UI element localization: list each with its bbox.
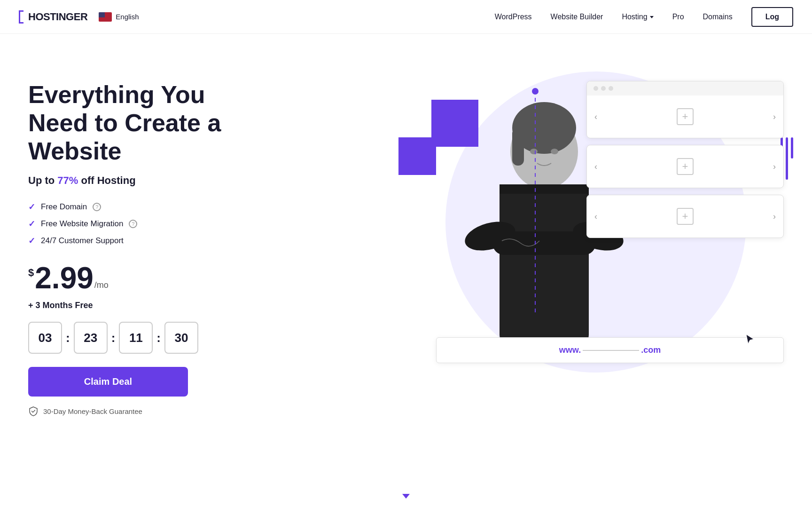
builder-content-3: ‹ + › <box>587 195 783 238</box>
domain-com: .com <box>641 345 661 355</box>
builder-prev-btn-3[interactable]: ‹ <box>591 208 601 225</box>
feature-free-domain-text: Free Domain <box>41 202 87 212</box>
builder-next-btn[interactable]: › <box>769 108 780 126</box>
bonus-text: + 3 Months Free <box>28 301 254 310</box>
navbar-left: HOSTINGER English <box>19 10 139 24</box>
svg-rect-0 <box>500 184 589 344</box>
toolbar-dot <box>601 86 606 91</box>
price-section: $ 2.99 /mo <box>28 263 254 293</box>
feature-support: ✓ 24/7 Customer Support <box>28 236 254 246</box>
nav-website-builder[interactable]: Website Builder <box>551 13 603 21</box>
nav-wordpress[interactable]: WordPress <box>495 13 532 21</box>
deco-square-2 <box>398 137 436 175</box>
builder-content-2: ‹ + › <box>587 145 783 188</box>
language-selector[interactable]: English <box>99 12 139 22</box>
countdown-ms: 30 <box>164 322 198 354</box>
scroll-arrow-icon <box>402 494 410 499</box>
vert-bar-3 <box>791 137 793 159</box>
vert-bar-2 <box>786 137 788 180</box>
plus-icon[interactable]: + <box>677 108 694 125</box>
feature-free-domain: ✓ Free Domain ? <box>28 202 254 212</box>
price-dollar: $ <box>28 268 34 278</box>
feature-support-text: 24/7 Customer Support <box>41 236 124 246</box>
check-icon: ✓ <box>28 236 35 246</box>
builder-prev-btn[interactable]: ‹ <box>591 108 601 126</box>
builder-window-1: ‹ + › <box>586 81 784 138</box>
svg-rect-7 <box>512 128 524 166</box>
nav-pro[interactable]: Pro <box>672 13 684 21</box>
price-amount: 2.99 <box>35 263 94 293</box>
price-period: /mo <box>94 281 109 289</box>
countdown-hours: 03 <box>28 322 62 354</box>
scroll-indicator <box>402 494 410 499</box>
countdown-sep2: : <box>109 331 117 345</box>
dashed-dot <box>532 88 539 95</box>
deco-square-1 <box>431 100 478 147</box>
language-label: English <box>116 13 139 21</box>
svg-point-8 <box>530 149 538 154</box>
countdown-seconds: 11 <box>119 322 153 354</box>
builder-content-1: ‹ + › <box>587 95 783 138</box>
feature-migration-text: Free Website Migration <box>41 219 123 229</box>
svg-point-9 <box>551 149 558 154</box>
plus-icon-2[interactable]: + <box>677 158 694 175</box>
domain-www: www. <box>559 345 581 355</box>
hero-section: Everything You Need to Create a Website … <box>0 34 812 457</box>
guarantee-text: 30-Day Money-Back Guarantee <box>43 407 142 415</box>
hero-left: Everything You Need to Create a Website … <box>28 62 254 416</box>
dashed-line <box>535 90 536 316</box>
countdown-minutes: 23 <box>74 322 108 354</box>
price-main: $ 2.99 /mo <box>28 263 254 293</box>
nav-hosting[interactable]: Hosting <box>622 13 653 21</box>
countdown-sep3: : <box>155 331 163 345</box>
info-icon[interactable]: ? <box>129 220 137 228</box>
features-list: ✓ Free Domain ? ✓ Free Website Migration… <box>28 202 254 246</box>
countdown-timer: 03 : 23 : 11 : 30 <box>28 322 254 354</box>
builder-prev-btn-2[interactable]: ‹ <box>591 158 601 175</box>
cursor-icon <box>744 333 756 349</box>
builder-window-2: ‹ + › <box>586 145 784 188</box>
check-icon: ✓ <box>28 202 35 212</box>
flag-icon <box>99 12 112 22</box>
shield-icon <box>28 406 39 416</box>
svg-rect-10 <box>500 184 589 194</box>
navbar: HOSTINGER English WordPress Website Buil… <box>0 0 812 34</box>
builder-next-btn-3[interactable]: › <box>769 208 780 225</box>
login-button[interactable]: Log <box>751 7 793 27</box>
builder-window-3: ‹ + › <box>586 195 784 238</box>
claim-deal-button[interactable]: Claim Deal <box>28 367 188 397</box>
domain-line <box>583 350 639 351</box>
nav-domains[interactable]: Domains <box>703 13 733 21</box>
logo[interactable]: HOSTINGER <box>19 10 87 24</box>
plus-icon-3[interactable]: + <box>677 208 694 225</box>
toolbar-dot <box>593 86 598 91</box>
feature-migration: ✓ Free Website Migration ? <box>28 219 254 229</box>
discount-highlight: 77% <box>57 175 78 186</box>
guarantee-section: 30-Day Money-Back Guarantee <box>28 406 254 416</box>
navbar-nav: WordPress Website Builder Hosting Pro Do… <box>495 7 793 27</box>
logo-bracket-icon <box>19 10 23 24</box>
check-icon: ✓ <box>28 219 35 229</box>
countdown-sep1: : <box>64 331 72 345</box>
svg-rect-3 <box>492 231 596 255</box>
hero-title: Everything You Need to Create a Website <box>28 81 254 165</box>
hero-illustration: ‹ + › ‹ + › ‹ + › <box>389 62 793 391</box>
brand-name: HOSTINGER <box>28 11 87 23</box>
builder-next-btn-2[interactable]: › <box>769 158 780 175</box>
domain-bar[interactable]: www. .com <box>436 337 784 363</box>
builder-ui: ‹ + › ‹ + › ‹ + › <box>586 81 784 245</box>
toolbar-dot <box>609 86 613 91</box>
hero-subtitle: Up to 77% off Hosting <box>28 175 254 187</box>
info-icon[interactable]: ? <box>93 203 101 211</box>
builder-toolbar-1 <box>587 81 783 95</box>
hosting-chevron-down-icon <box>650 16 654 18</box>
